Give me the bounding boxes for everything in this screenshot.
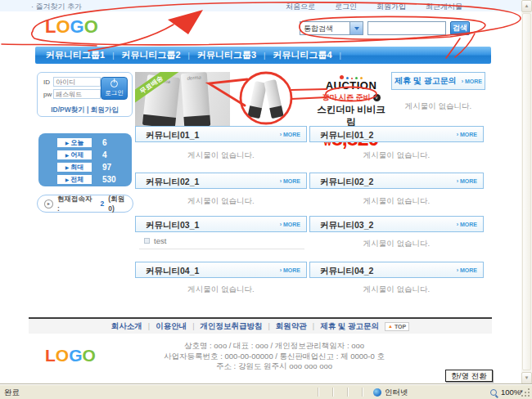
board-header-community01-2[interactable]: 커뮤니티01_2› MORE xyxy=(309,126,484,142)
vertical-scrollbar[interactable]: ▲ ▼ xyxy=(521,0,532,384)
more-link[interactable]: › MORE xyxy=(457,178,477,184)
more-link[interactable]: › MORE xyxy=(462,78,482,84)
top-link-join[interactable]: 회원가입 xyxy=(376,2,406,12)
login-links: ID/PW찾기 | 회원가입 xyxy=(38,105,132,115)
visit-stats-box: ▶오늘 6 ▶어제 4 ▶최대 97 ▶전체 530 xyxy=(38,133,132,186)
join-link[interactable]: 회원가입 xyxy=(91,105,119,114)
stat-value-total: 530 xyxy=(102,175,116,184)
top-link-login[interactable]: 로그인 xyxy=(335,2,357,12)
play-arrow-icon: ▶ xyxy=(65,164,70,170)
play-arrow-icon: ▶ xyxy=(65,152,70,158)
stat-value-today: 6 xyxy=(102,138,107,147)
nav-item-group4[interactable]: 커뮤니티그룹4 xyxy=(273,49,331,61)
post-bullet-icon xyxy=(144,238,150,244)
nav-item-group3[interactable]: 커뮤니티그룹3 xyxy=(197,49,256,61)
select-dropdown-icon[interactable] xyxy=(349,22,363,34)
stat-chip-yesterday: ▶어제 xyxy=(57,150,92,159)
nav-item-group1[interactable]: 커뮤니티그룹1 xyxy=(46,49,105,61)
promo-banner[interactable]: derma derma 무료배송 AUCTION 장마 시즌 준비 v 스킨더마… xyxy=(135,72,387,132)
site-logo[interactable]: LOGO xyxy=(45,18,98,36)
top-link-home[interactable]: 처음으로 xyxy=(286,2,315,12)
chevron-down-icon[interactable]: v xyxy=(373,94,381,101)
status-text: 완료 xyxy=(4,388,20,398)
pw-label: pw xyxy=(43,91,52,98)
empty-posts-text: 게시물이 없습니다. xyxy=(135,150,307,161)
cosmetic-tube: derma xyxy=(181,72,211,128)
add-favorite-link[interactable]: · 즐겨찾기 추가 xyxy=(31,2,82,12)
stat-value-max: 97 xyxy=(102,163,111,172)
board-header-community03-1[interactable]: 커뮤니티03_1› MORE xyxy=(135,216,307,232)
internet-zone-icon xyxy=(373,388,381,397)
board-header-community01-1[interactable]: 커뮤니티01_1› MORE xyxy=(135,126,307,142)
visitors-count: 2 xyxy=(101,200,105,208)
search-category-select[interactable]: 통합검색 xyxy=(300,21,363,35)
cosmetic-tube xyxy=(264,79,283,119)
nav-separator: | xyxy=(340,52,341,60)
login-box: ID pw 로그인 ID/PW찾기 | 회원가입 xyxy=(37,72,133,117)
login-button[interactable]: 로그인 xyxy=(101,77,128,100)
search-category-value: 통합검색 xyxy=(304,24,333,34)
small-arrow-icon: ▸ xyxy=(44,200,53,208)
footer-logo[interactable]: LOGO xyxy=(45,347,96,364)
empty-posts-text: 게시물이 없습니다. xyxy=(309,150,484,161)
page: · 즐겨찾기 추가 처음으로 로그인 회원가입 최근게시물 LOGO 통합검색 … xyxy=(0,0,532,399)
board-header-community02-2[interactable]: 커뮤니티02_2› MORE xyxy=(309,173,484,189)
more-link[interactable]: › MORE xyxy=(457,222,477,227)
more-link[interactable]: › MORE xyxy=(457,267,477,273)
resize-grip[interactable] xyxy=(528,395,530,397)
up-arrow-icon: ▲ xyxy=(388,324,393,329)
more-link[interactable]: › MORE xyxy=(280,267,300,273)
more-link[interactable]: › MORE xyxy=(457,132,477,137)
more-link[interactable]: › MORE xyxy=(280,222,300,227)
play-arrow-icon: ▶ xyxy=(65,177,70,182)
empty-posts-text: 게시물이 없습니다. xyxy=(135,196,307,207)
product-name: 스킨더마 비비크림 xyxy=(315,104,387,128)
board-header-community03-2[interactable]: 커뮤니티03_2› MORE xyxy=(309,216,484,232)
search-input[interactable] xyxy=(367,21,446,35)
find-idpw-link[interactable]: ID/PW찾기 xyxy=(51,105,85,114)
scroll-up-button[interactable]: ▲ xyxy=(521,0,532,12)
footer-info-line: 상호명 : ooo / 대표 : ooo / 개인정보관리책임자 : ooo xyxy=(139,341,409,352)
empty-posts-text: 게시물이 없습니다. xyxy=(309,239,484,249)
visitors-suffix: (회원 0) xyxy=(108,195,133,213)
power-icon xyxy=(110,80,118,87)
auction-dots-decoration xyxy=(315,74,387,79)
zoom-level[interactable]: 100% xyxy=(501,388,521,397)
partnership-box[interactable]: 제휴 및 광고문의 › MORE xyxy=(391,72,485,90)
zoom-dropdown-icon[interactable]: ▼ xyxy=(519,389,524,394)
footer-link-guide[interactable]: 이용안내 xyxy=(156,321,187,332)
board-header-community02-1[interactable]: 커뮤니티02_1› MORE xyxy=(135,173,307,189)
nav-item-group2[interactable]: 커뮤니티그룹2 xyxy=(121,49,180,61)
zone-label: 인터넷 xyxy=(385,388,408,398)
scroll-down-button[interactable]: ▼ xyxy=(521,372,532,384)
nav-separator: | xyxy=(112,52,114,60)
scrollbar-thumb[interactable] xyxy=(522,13,531,370)
more-link[interactable]: › MORE xyxy=(280,178,300,184)
main-nav: 커뮤니티그룹1 | 커뮤니티그룹2 | 커뮤니티그룹3 | 커뮤니티그룹4 | xyxy=(35,47,491,64)
top-link-recent[interactable]: 최근게시물 xyxy=(426,2,462,12)
top-links: 처음으로 로그인 회원가입 최근게시물 xyxy=(286,2,462,12)
go-top-button[interactable]: ▲ TOP xyxy=(385,322,409,331)
id-field[interactable] xyxy=(53,77,101,87)
browser-status-bar: 완료 인터넷 100% ▼ xyxy=(0,384,532,399)
nav-separator: | xyxy=(264,52,265,60)
stat-chip-max: ▶최대 xyxy=(57,163,92,172)
id-label: ID xyxy=(43,78,50,86)
board-header-community04-2[interactable]: 커뮤니티04_2› MORE xyxy=(309,262,484,278)
korean-english-toggle-button[interactable]: 한/영 전환 xyxy=(445,370,493,382)
footer-link-privacy[interactable]: 개인정보취급방침 xyxy=(201,321,263,332)
pw-field[interactable] xyxy=(53,89,101,99)
footer-link-company[interactable]: 회사소개 xyxy=(111,321,142,332)
empty-posts-text: 게시물이 없습니다. xyxy=(391,101,485,112)
login-links-separator: | xyxy=(87,105,88,114)
annotation-arrowhead xyxy=(168,10,203,34)
board-header-community04-1[interactable]: 커뮤니티04_1› MORE xyxy=(135,262,307,278)
auction-logo: AUCTION xyxy=(315,79,387,92)
footer-link-terms[interactable]: 회원약관 xyxy=(276,321,307,332)
footer-link-partnership[interactable]: 제휴 및 광고문의 xyxy=(320,321,379,332)
post-list-item[interactable]: test xyxy=(144,236,166,245)
play-arrow-icon: ▶ xyxy=(65,140,70,146)
search-button[interactable]: 검색 xyxy=(450,21,470,35)
empty-posts-text: 게시물이 없습니다. xyxy=(135,285,307,295)
more-link[interactable]: › MORE xyxy=(280,132,300,137)
